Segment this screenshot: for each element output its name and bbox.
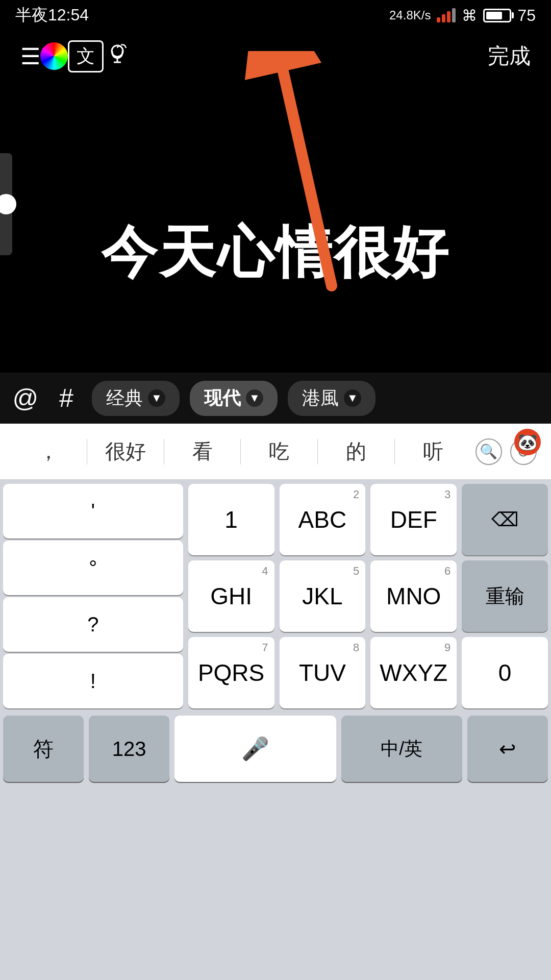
font-hong-kong-arrow[interactable]: ▼ [344,389,361,407]
keyboard-area: 🐼 ， 很好 看 吃 的 听 🔍 ⊗ ' ° ? ! [0,424,551,980]
suggestions-bar: 🐼 ， 很好 看 吃 的 听 🔍 ⊗ [0,424,551,480]
key-wxyz-label: WXYZ [380,659,447,687]
key-def[interactable]: 3 DEF [370,484,457,555]
menu-icon[interactable]: ☰ [20,43,40,69]
time-display: 半夜12:54 [15,4,89,27]
key-ghi-label: GHI [210,582,252,610]
font-modern-arrow[interactable]: ▼ [246,389,263,407]
suggestion-word-1[interactable]: 看 [164,432,241,471]
key-jkl-label: JKL [302,582,342,610]
symbol-col: ' ° ? ! [3,484,183,708]
key-mno-num: 6 [444,565,450,578]
font-classic-arrow[interactable]: ▼ [148,389,165,407]
key-row-3a: 7 PQRS 8 TUV 9 WXYZ 0 [188,637,548,708]
key-ghi[interactable]: 4 GHI [188,560,274,632]
key-pqrs-label: PQRS [198,659,264,687]
battery-level: 75 [517,6,536,25]
key-1[interactable]: 1 [188,484,274,555]
key-jkl-num: 5 [353,565,359,578]
key-jkl[interactable]: 5 JKL [280,560,366,632]
delete-icon: ⌫ [491,508,519,531]
microphone-icon: 🎤 [241,736,269,762]
lang-label: 中/英 [381,737,422,762]
canvas-text: 今天心情很好 [101,215,450,291]
key-apostrophe[interactable]: ' [3,484,183,538]
suggestion-word-3[interactable]: 的 [318,432,394,471]
voice-icon[interactable] [104,40,131,72]
key-space[interactable]: 🎤 [174,716,336,782]
key-abc[interactable]: 2 ABC [280,484,366,555]
font-selector-bar: @ # 经典 ▼ 现代 ▼ 港風 ▼ [0,373,551,424]
num123-label: 123 [112,738,146,761]
key-1-label: 1 [224,506,238,533]
key-0-label: 0 [498,659,512,687]
status-bar: 半夜12:54 24.8K/s ⌘ 75 [0,0,551,31]
battery-icon [483,9,511,22]
font-modern[interactable]: 现代 ▼ [190,381,278,416]
key-row-1: ' ° ? ! 1 2 ABC 3 DEF [3,484,548,708]
keyboard-grid: ' ° ? ! 1 2 ABC 3 DEF [0,480,551,708]
key-delete[interactable]: ⌫ [462,484,548,555]
toolbar: ☰ 文 完成 [0,31,551,82]
key-def-label: DEF [390,506,437,533]
font-hong-kong[interactable]: 港風 ▼ [288,381,375,416]
hash-symbol[interactable]: # [51,383,82,413]
at-symbol[interactable]: @ [10,383,41,413]
key-tuv-label: TUV [299,659,346,687]
translate-icon[interactable]: 文 [68,40,104,72]
key-pqrs[interactable]: 7 PQRS [188,637,274,708]
suggestion-comma[interactable]: ， [10,432,87,471]
status-right: 24.8K/s ⌘ 75 [389,6,536,25]
key-degree[interactable]: ° [3,541,183,595]
key-tuv[interactable]: 8 TUV [280,637,366,708]
symbols-label: 符 [33,735,54,763]
suggestion-word-4[interactable]: 听 [395,432,471,471]
key-question[interactable]: ? [3,597,183,652]
wifi-icon: ⌘ [462,7,477,24]
editor-area: ☰ 文 完成 今天心情很好 [0,0,551,424]
key-def-num: 3 [444,488,450,501]
key-wxyz[interactable]: 9 WXYZ [370,637,457,708]
signal-icon [437,8,456,22]
key-reenter[interactable]: 重输 [462,560,548,632]
network-speed: 24.8K/s [389,8,431,22]
key-123[interactable]: 123 [89,716,169,782]
search-icon[interactable]: 🔍 [475,438,502,465]
key-exclaim[interactable]: ! [3,654,183,708]
key-mno[interactable]: 6 MNO [370,560,457,632]
key-mno-label: MNO [386,582,441,610]
key-tuv-num: 8 [353,641,359,654]
done-button[interactable]: 完成 [488,42,531,70]
key-ghi-num: 4 [262,565,268,578]
emoji-sticker-icon[interactable]: 🐼 [514,429,541,455]
font-classic[interactable]: 经典 ▼ [92,381,180,416]
key-abc-num: 2 [353,488,359,501]
key-wxyz-num: 9 [444,641,450,654]
key-return[interactable]: ↩ [467,716,548,782]
key-row-2a: 4 GHI 5 JKL 6 MNO 重输 [188,560,548,632]
suggestion-word-2[interactable]: 吃 [241,432,317,471]
key-language[interactable]: 中/英 [341,716,462,782]
key-0[interactable]: 0 [462,637,548,708]
return-icon: ↩ [499,737,516,761]
color-picker-icon[interactable] [40,42,68,70]
reenter-label: 重输 [486,583,524,609]
key-row-1a: 1 2 ABC 3 DEF ⌫ [188,484,548,555]
suggestion-word-0[interactable]: 很好 [87,432,164,471]
bottom-row: 符 123 🎤 中/英 ↩ [0,714,551,786]
key-abc-label: ABC [298,506,347,533]
key-pqrs-num: 7 [262,641,268,654]
key-symbols[interactable]: 符 [3,716,84,782]
